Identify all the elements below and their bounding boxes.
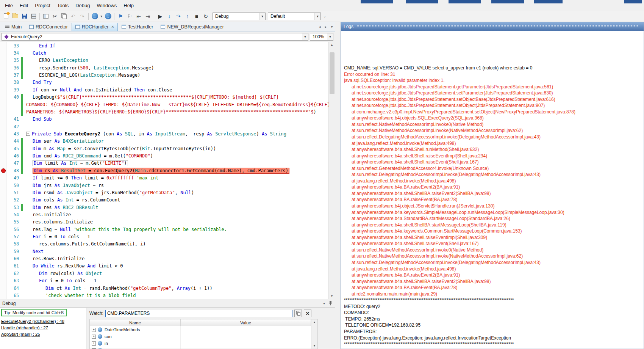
scroll-up-icon[interactable]: ▲ xyxy=(311,319,317,325)
code-text[interactable]: res.columns.Initialize xyxy=(23,219,93,226)
breakpoint-margin[interactable] xyxy=(0,226,7,233)
build-config-select[interactable]: Default ▾ xyxy=(268,13,321,20)
scroll-tabs-right-icon[interactable]: ▸ xyxy=(323,25,329,29)
panel-splitter[interactable] xyxy=(335,22,341,349)
breakpoint-margin[interactable] xyxy=(0,167,7,174)
watch-row-item[interactable]: +in xyxy=(90,340,311,347)
code-text[interactable]: Dim cmd As RDC2_DBCommand = m.Get("COMAN… xyxy=(23,152,153,159)
breakpoint-margin[interactable] xyxy=(0,101,7,108)
code-text[interactable]: COMANDO: ${COMANDO} ${CRLF} TEMPO: ${Dat… xyxy=(23,101,328,108)
breakpoint-margin[interactable] xyxy=(0,138,7,145)
logs-output[interactable]: CMD_NAME: sql.VERSAO = CMD_VALUE select … xyxy=(341,31,644,349)
menu-item-tools[interactable]: Tools xyxy=(54,2,72,9)
breakpoint-margin[interactable] xyxy=(0,197,7,204)
comment-icon[interactable]: ⇤ xyxy=(134,12,143,21)
open-project-icon[interactable] xyxy=(11,12,20,21)
code-text[interactable]: End If xyxy=(23,42,55,49)
copy-icon[interactable] xyxy=(59,12,69,21)
code-text[interactable]: Catch xyxy=(23,49,46,57)
breakpoint-margin[interactable] xyxy=(0,277,7,285)
code-text[interactable]: End Try xyxy=(23,79,52,86)
undo-icon[interactable]: ↶ xyxy=(69,12,78,21)
split-editor-icon[interactable] xyxy=(41,12,50,21)
watch-row-item[interactable]: +DateTimeMethods xyxy=(90,326,311,333)
copy-watch-button[interactable] xyxy=(294,310,302,317)
step-out-icon[interactable]: ↑ xyxy=(183,12,192,21)
code-text[interactable]: 'check whether it is a blob field xyxy=(23,292,136,299)
scrollbar-thumb[interactable] xyxy=(330,52,335,94)
code-text[interactable]: Dim limit As Int = m.Get("LIMITE") xyxy=(23,160,128,167)
breakpoint-margin[interactable] xyxy=(0,285,7,292)
scroll-up-icon[interactable]: ▲ xyxy=(329,42,335,48)
code-text[interactable]: Dim jrs As JavaObject = rs xyxy=(23,182,104,189)
code-text[interactable]: res.Rows.Initialize xyxy=(23,255,84,262)
code-text[interactable]: End Sub xyxy=(23,116,52,123)
menu-item-file[interactable]: File xyxy=(2,2,16,9)
breakpoint-margin[interactable] xyxy=(0,211,7,218)
code-text[interactable]: LogDebug($"${CRLF}**********************… xyxy=(23,94,279,101)
chevron-down-icon[interactable]: ▾ xyxy=(323,301,325,305)
debug-mode-select[interactable]: Debug ▾ xyxy=(213,13,266,20)
code-text[interactable]: Dim m As Map = ser.ConvertBytesToObject(… xyxy=(23,145,216,152)
step-over-icon[interactable]: ↷ xyxy=(174,12,183,21)
tab-list-icon[interactable]: ▾ xyxy=(329,25,335,29)
code-text[interactable]: Dim res As RDC2_DBResult xyxy=(23,204,98,211)
step-into-icon[interactable]: ↓ xyxy=(165,12,174,21)
breakpoint-margin[interactable] xyxy=(0,152,7,159)
code-text[interactable]: Next xyxy=(23,248,44,255)
code-text[interactable]: PARAMETROS: ${PARAMETROS}${CRLF}ERRO:${E… xyxy=(23,108,316,115)
editor-scrollbar[interactable]: ▲ ▼ xyxy=(328,42,335,299)
breakpoint-margin[interactable] xyxy=(0,263,7,270)
code-text[interactable]: ESCREVE_NO_LOG(LastException.Message) xyxy=(23,71,140,79)
expand-icon[interactable]: + xyxy=(92,341,96,346)
code-area[interactable]: 33End If34Catch35ERRO=LastException36res… xyxy=(0,42,328,299)
menu-item-windows[interactable]: Windows xyxy=(94,2,120,9)
close-tab-icon[interactable]: × xyxy=(111,24,114,30)
navigate-back-caret-icon[interactable]: ▾ xyxy=(99,12,103,21)
run-icon[interactable]: ▶ xyxy=(156,12,165,21)
code-text[interactable]: If limit <= 0 Then limit = 0x7fffffff 'm… xyxy=(23,174,158,181)
toolbar-overflow-icon[interactable]: ⌄ xyxy=(323,14,326,18)
breakpoint-margin[interactable] xyxy=(0,86,7,93)
code-text[interactable]: Dim row(cols) As Object xyxy=(23,270,102,277)
expand-icon[interactable]: + xyxy=(92,348,96,349)
breakpoint-margin[interactable] xyxy=(0,255,7,262)
breakpoint-margin[interactable] xyxy=(0,160,7,167)
breakpoint-margin[interactable] xyxy=(0,248,7,255)
menu-item-edit[interactable]: Edit xyxy=(16,2,31,9)
breakpoint-margin[interactable] xyxy=(0,270,7,277)
code-text[interactable]: res.Initialize xyxy=(23,211,71,218)
breakpoint-margin[interactable] xyxy=(0,174,7,181)
watch-input[interactable] xyxy=(105,310,292,317)
code-text[interactable]: For i = 0 To cols - 1 xyxy=(23,233,90,240)
scroll-tabs-left-icon[interactable]: ◂ xyxy=(317,25,323,29)
uncomment-icon[interactable]: ⇥ xyxy=(143,12,152,21)
breakpoint-margin[interactable] xyxy=(0,49,7,57)
breakpoint-margin[interactable] xyxy=(0,145,7,152)
expand-icon[interactable]: + xyxy=(92,328,96,332)
breakpoint-margin[interactable] xyxy=(0,189,7,196)
call-stack-link[interactable]: ExecuteQuery2 (rdchandler) : 48 xyxy=(1,319,64,324)
collapse-region-icon[interactable]: − xyxy=(26,132,30,136)
breakpoint-margin[interactable] xyxy=(0,219,7,226)
watch-row-item[interactable]: +resp xyxy=(90,347,311,349)
menu-item-help[interactable]: Help xyxy=(120,2,137,9)
tab-testhandler[interactable]: TestHandler xyxy=(118,23,157,31)
tab-new_dbrequestmanager[interactable]: NEW_DBRequestManager xyxy=(157,23,227,31)
navigate-back-icon[interactable]: ← xyxy=(90,12,99,21)
code-text[interactable] xyxy=(23,123,26,130)
breakpoint-margin[interactable] xyxy=(0,241,7,248)
redo-icon[interactable]: ↷ xyxy=(78,12,87,21)
breakpoint-margin[interactable] xyxy=(0,123,7,130)
code-text[interactable]: Dim cols As Int = rs.ColumnCount xyxy=(23,197,120,204)
breakpoint-margin[interactable] xyxy=(0,116,7,123)
clear-watch-button[interactable]: ✕ xyxy=(304,310,311,317)
breakpoint-margin[interactable] xyxy=(0,292,7,299)
save-icon[interactable] xyxy=(20,12,29,21)
modules-icon[interactable] xyxy=(29,12,38,21)
breakpoint-margin[interactable] xyxy=(0,64,7,71)
cut-icon[interactable]: ✂ xyxy=(50,12,59,21)
logs-panel-titlebar[interactable]: Logs xyxy=(341,22,644,31)
breakpoint-margin[interactable] xyxy=(0,42,7,49)
watch-table-scrollbar[interactable]: ▲ ▼ xyxy=(311,319,317,349)
